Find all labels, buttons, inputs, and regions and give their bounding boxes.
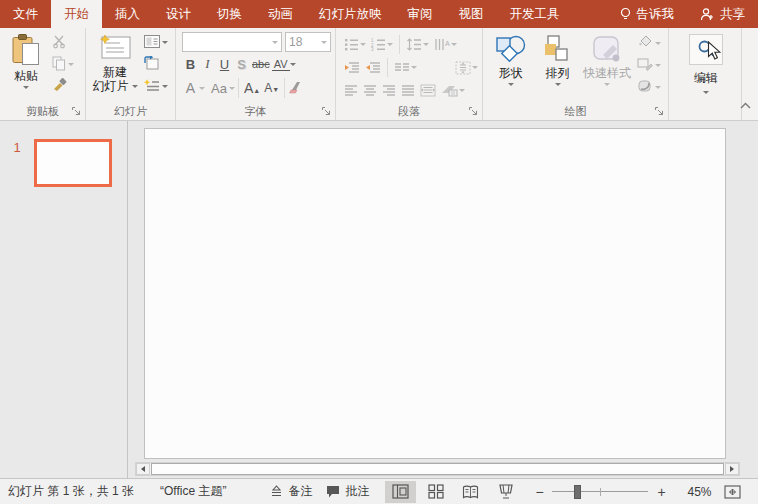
arrange-button[interactable]: 排列 (534, 32, 581, 103)
tab-view[interactable]: 视图 (446, 0, 497, 28)
text-direction-button[interactable]: A (432, 38, 459, 51)
tab-insert[interactable]: 插入 (102, 0, 153, 28)
drawing-dialog-launcher[interactable] (654, 106, 665, 117)
font-size-value: 18 (289, 35, 321, 49)
font-size-combo[interactable]: 18 (285, 32, 331, 52)
collapse-ribbon-button[interactable] (739, 99, 752, 113)
distribute-columns-button[interactable] (418, 84, 438, 97)
slides-group-content: 新建 幻灯片 (86, 28, 175, 103)
theme-name: “Office 主题” (160, 483, 226, 500)
decrease-indent-button[interactable] (342, 62, 362, 74)
slide-layout-button[interactable] (144, 34, 168, 51)
shape-fill-icon (637, 35, 653, 52)
line-spacing-button[interactable] (404, 38, 431, 51)
font-color-button[interactable]: A (182, 80, 199, 96)
clipboard-group: 粘贴 (0, 28, 86, 120)
quick-styles-button[interactable]: 快速样式 (581, 32, 633, 103)
change-case-button[interactable]: Aa (209, 81, 229, 96)
tell-me-box[interactable]: 告诉我 (606, 0, 688, 28)
shape-effects-button[interactable] (637, 79, 661, 96)
slide-thumbnail[interactable] (34, 139, 112, 187)
slideshow-view-button[interactable] (490, 481, 521, 503)
tab-home-label: 开始 (64, 6, 89, 23)
quick-styles-icon (591, 34, 623, 66)
section-button[interactable] (144, 78, 168, 95)
tab-transitions[interactable]: 切换 (204, 0, 255, 28)
editing-label: 编辑 (694, 70, 718, 87)
share-button[interactable]: 共享 (687, 0, 758, 28)
fit-to-window-button[interactable] (724, 484, 741, 500)
clear-formatting-button[interactable] (288, 80, 304, 97)
new-slide-button[interactable]: 新建 幻灯片 (90, 32, 140, 103)
horizontal-scrollbar[interactable] (135, 462, 740, 476)
slides-group-label: 幻灯片 (114, 104, 147, 119)
slide-editor-area (128, 121, 758, 478)
strikethrough-button[interactable]: abc (250, 58, 272, 70)
tab-design[interactable]: 设计 (153, 0, 204, 28)
shrink-font-button[interactable]: A▼ (262, 81, 281, 95)
new-slide-label-line2-wrap: 幻灯片 (93, 79, 138, 93)
tab-home[interactable]: 开始 (51, 0, 102, 28)
reading-view-icon (462, 485, 479, 499)
zoom-in-button[interactable]: + (655, 486, 667, 498)
editing-dropdown-icon[interactable] (703, 91, 709, 94)
columns-button[interactable] (392, 62, 419, 74)
align-text-button[interactable] (453, 61, 480, 75)
align-left-button[interactable] (342, 85, 360, 97)
underline-button[interactable]: U (216, 57, 233, 72)
reading-view-button[interactable] (455, 481, 486, 503)
align-center-button[interactable] (361, 85, 379, 97)
notes-icon (270, 485, 283, 498)
horizontal-scrollbar-thumb[interactable] (151, 463, 724, 475)
increase-indent-button[interactable] (363, 62, 383, 74)
zoom-slider-thumb[interactable] (574, 485, 581, 499)
align-right-button[interactable] (380, 85, 398, 97)
tab-slideshow[interactable]: 幻灯片放映 (306, 0, 395, 28)
format-painter-button[interactable] (52, 78, 74, 95)
italic-button[interactable]: I (199, 56, 216, 72)
arrange-icon (544, 34, 572, 66)
shapes-button[interactable]: 形状 (487, 32, 534, 103)
work-area: 1 (0, 121, 758, 478)
tab-file[interactable]: 文件 (0, 0, 51, 28)
font-group-label-row: 字体 (176, 103, 335, 120)
zoom-out-button[interactable]: − (533, 486, 545, 498)
bullets-button[interactable] (342, 38, 368, 51)
tab-developer[interactable]: 开发工具 (497, 0, 573, 28)
zoom-slider[interactable] (552, 485, 648, 499)
slide-layout-dropdown-icon (162, 41, 168, 44)
normal-view-button[interactable] (385, 481, 416, 503)
zoom-level[interactable]: 45% (679, 485, 711, 499)
slide-canvas[interactable] (144, 128, 726, 459)
shape-fill-button[interactable] (637, 35, 661, 52)
font-dialog-launcher[interactable] (321, 106, 332, 117)
scroll-right-button[interactable] (725, 463, 739, 475)
paste-button[interactable]: 粘贴 (4, 32, 48, 103)
justify-button[interactable] (399, 85, 417, 97)
font-name-combo[interactable] (182, 32, 282, 52)
shape-outline-button[interactable] (637, 57, 661, 74)
copy-button[interactable] (52, 56, 74, 73)
paragraph-row1: 123 A (342, 33, 480, 56)
find-button[interactable] (689, 34, 723, 65)
numbering-button[interactable]: 123 (369, 38, 395, 51)
paragraph-dialog-launcher[interactable] (468, 106, 479, 117)
slide-sorter-button[interactable] (420, 481, 451, 503)
mouse-cursor-icon (707, 41, 722, 64)
grow-font-button[interactable]: A▲ (242, 80, 262, 96)
cut-button[interactable] (52, 34, 74, 51)
scroll-left-button[interactable] (136, 463, 150, 475)
tab-slideshow-label: 幻灯片放映 (319, 6, 382, 23)
bold-button[interactable]: B (182, 57, 199, 72)
tab-review[interactable]: 审阅 (395, 0, 446, 28)
text-shadow-button[interactable]: S (233, 57, 250, 72)
notes-button[interactable]: 备注 (270, 483, 312, 500)
comments-button[interactable]: 批注 (326, 483, 369, 500)
character-spacing-button[interactable]: AV (272, 58, 290, 71)
smartart-button[interactable] (439, 84, 467, 97)
clipboard-dialog-launcher[interactable] (71, 106, 82, 117)
ribbon-tab-bar: 文件 开始 插入 设计 切换 动画 幻灯片放映 审阅 视图 开发工具 告诉我 共… (0, 0, 758, 28)
reset-slide-button[interactable] (144, 56, 168, 73)
drawing-group: 形状 排列 快速样式 (483, 28, 669, 120)
tab-animations[interactable]: 动画 (255, 0, 306, 28)
